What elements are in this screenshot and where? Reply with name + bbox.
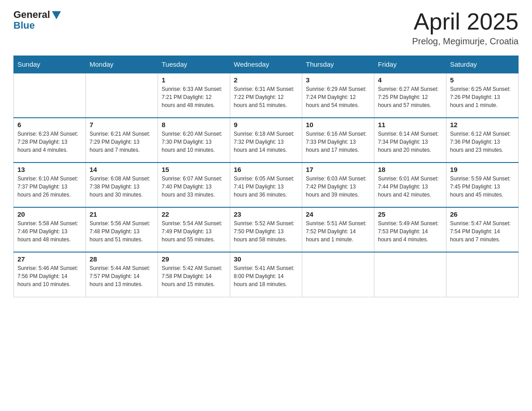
day-number: 25 bbox=[378, 210, 442, 218]
calendar-week-row: 1Sunrise: 6:33 AM Sunset: 7:21 PM Daylig… bbox=[14, 73, 519, 118]
day-number: 8 bbox=[162, 121, 226, 128]
calendar-cell: 14Sunrise: 6:08 AM Sunset: 7:38 PM Dayli… bbox=[86, 163, 158, 207]
day-number: 10 bbox=[306, 121, 370, 128]
day-number: 5 bbox=[450, 76, 515, 84]
day-info: Sunrise: 6:27 AM Sunset: 7:25 PM Dayligh… bbox=[378, 85, 442, 109]
day-number: 17 bbox=[306, 166, 370, 173]
day-number: 1 bbox=[162, 76, 226, 84]
calendar-week-row: 13Sunrise: 6:10 AM Sunset: 7:37 PM Dayli… bbox=[14, 163, 519, 207]
day-number: 7 bbox=[90, 121, 154, 128]
calendar-cell: 10Sunrise: 6:16 AM Sunset: 7:33 PM Dayli… bbox=[302, 118, 374, 163]
day-number: 24 bbox=[306, 210, 370, 218]
day-number: 28 bbox=[90, 255, 154, 263]
day-number: 2 bbox=[234, 76, 298, 84]
day-number: 16 bbox=[234, 166, 298, 173]
day-number: 6 bbox=[17, 121, 82, 128]
calendar-title: April 2025 bbox=[412, 9, 519, 34]
title-block: April 2025 Prelog, Megimurje, Croatia bbox=[412, 9, 519, 47]
day-info: Sunrise: 5:56 AM Sunset: 7:48 PM Dayligh… bbox=[90, 219, 154, 244]
column-header-monday: Monday bbox=[86, 56, 158, 73]
logo: General Blue bbox=[13, 9, 61, 31]
calendar-cell bbox=[302, 252, 374, 297]
calendar-cell: 8Sunrise: 6:20 AM Sunset: 7:30 PM Daylig… bbox=[158, 118, 230, 163]
column-header-thursday: Thursday bbox=[302, 56, 374, 73]
calendar-cell bbox=[374, 252, 446, 297]
day-info: Sunrise: 6:12 AM Sunset: 7:36 PM Dayligh… bbox=[450, 130, 515, 154]
day-number: 4 bbox=[378, 76, 442, 84]
column-header-tuesday: Tuesday bbox=[158, 56, 230, 73]
day-info: Sunrise: 5:54 AM Sunset: 7:49 PM Dayligh… bbox=[162, 219, 226, 244]
calendar-cell: 1Sunrise: 6:33 AM Sunset: 7:21 PM Daylig… bbox=[158, 73, 230, 118]
calendar-cell: 7Sunrise: 6:21 AM Sunset: 7:29 PM Daylig… bbox=[86, 118, 158, 163]
day-number: 12 bbox=[450, 121, 515, 128]
calendar-header-row: SundayMondayTuesdayWednesdayThursdayFrid… bbox=[14, 56, 519, 73]
day-info: Sunrise: 5:41 AM Sunset: 8:00 PM Dayligh… bbox=[234, 264, 298, 288]
calendar-cell bbox=[446, 252, 519, 297]
calendar-cell: 2Sunrise: 6:31 AM Sunset: 7:22 PM Daylig… bbox=[230, 73, 302, 118]
day-info: Sunrise: 6:16 AM Sunset: 7:33 PM Dayligh… bbox=[306, 130, 370, 154]
calendar-cell: 17Sunrise: 6:03 AM Sunset: 7:42 PM Dayli… bbox=[302, 163, 374, 207]
day-info: Sunrise: 6:31 AM Sunset: 7:22 PM Dayligh… bbox=[234, 85, 298, 109]
column-header-saturday: Saturday bbox=[446, 56, 519, 73]
day-info: Sunrise: 5:44 AM Sunset: 7:57 PM Dayligh… bbox=[90, 264, 154, 288]
day-info: Sunrise: 6:23 AM Sunset: 7:28 PM Dayligh… bbox=[17, 130, 82, 154]
calendar-cell bbox=[14, 73, 86, 118]
calendar-cell: 30Sunrise: 5:41 AM Sunset: 8:00 PM Dayli… bbox=[230, 252, 302, 297]
calendar-cell: 6Sunrise: 6:23 AM Sunset: 7:28 PM Daylig… bbox=[14, 118, 86, 163]
day-info: Sunrise: 5:47 AM Sunset: 7:54 PM Dayligh… bbox=[450, 219, 515, 244]
day-number: 19 bbox=[450, 166, 515, 173]
day-number: 14 bbox=[90, 166, 154, 173]
calendar-cell: 9Sunrise: 6:18 AM Sunset: 7:32 PM Daylig… bbox=[230, 118, 302, 163]
column-header-wednesday: Wednesday bbox=[230, 56, 302, 73]
day-info: Sunrise: 6:10 AM Sunset: 7:37 PM Dayligh… bbox=[17, 175, 82, 199]
calendar-cell bbox=[86, 73, 158, 118]
column-header-friday: Friday bbox=[374, 56, 446, 73]
day-info: Sunrise: 6:01 AM Sunset: 7:44 PM Dayligh… bbox=[378, 175, 442, 199]
day-info: Sunrise: 6:08 AM Sunset: 7:38 PM Dayligh… bbox=[90, 175, 154, 199]
calendar-week-row: 27Sunrise: 5:46 AM Sunset: 7:56 PM Dayli… bbox=[14, 252, 519, 297]
day-info: Sunrise: 6:29 AM Sunset: 7:24 PM Dayligh… bbox=[306, 85, 370, 109]
day-number: 23 bbox=[234, 210, 298, 218]
calendar-cell: 3Sunrise: 6:29 AM Sunset: 7:24 PM Daylig… bbox=[302, 73, 374, 118]
calendar-cell: 19Sunrise: 5:59 AM Sunset: 7:45 PM Dayli… bbox=[446, 163, 519, 207]
day-number: 21 bbox=[90, 210, 154, 218]
day-info: Sunrise: 5:46 AM Sunset: 7:56 PM Dayligh… bbox=[17, 264, 82, 288]
day-info: Sunrise: 5:42 AM Sunset: 7:58 PM Dayligh… bbox=[162, 264, 226, 288]
column-header-sunday: Sunday bbox=[14, 56, 86, 73]
day-number: 11 bbox=[378, 121, 442, 128]
day-info: Sunrise: 6:33 AM Sunset: 7:21 PM Dayligh… bbox=[162, 85, 226, 109]
day-number: 29 bbox=[162, 255, 226, 263]
calendar-cell: 24Sunrise: 5:51 AM Sunset: 7:52 PM Dayli… bbox=[302, 207, 374, 252]
calendar-location: Prelog, Megimurje, Croatia bbox=[412, 36, 519, 47]
calendar-cell: 11Sunrise: 6:14 AM Sunset: 7:34 PM Dayli… bbox=[374, 118, 446, 163]
day-info: Sunrise: 6:07 AM Sunset: 7:40 PM Dayligh… bbox=[162, 175, 226, 199]
day-info: Sunrise: 6:25 AM Sunset: 7:26 PM Dayligh… bbox=[450, 85, 515, 109]
day-number: 26 bbox=[450, 210, 515, 218]
calendar-cell: 16Sunrise: 6:05 AM Sunset: 7:41 PM Dayli… bbox=[230, 163, 302, 207]
calendar-cell: 26Sunrise: 5:47 AM Sunset: 7:54 PM Dayli… bbox=[446, 207, 519, 252]
day-info: Sunrise: 6:21 AM Sunset: 7:29 PM Dayligh… bbox=[90, 130, 154, 154]
day-number: 27 bbox=[17, 255, 82, 263]
day-info: Sunrise: 5:51 AM Sunset: 7:52 PM Dayligh… bbox=[306, 219, 370, 244]
day-number: 18 bbox=[378, 166, 442, 173]
calendar-cell: 4Sunrise: 6:27 AM Sunset: 7:25 PM Daylig… bbox=[374, 73, 446, 118]
day-number: 22 bbox=[162, 210, 226, 218]
day-info: Sunrise: 5:59 AM Sunset: 7:45 PM Dayligh… bbox=[450, 175, 515, 199]
day-info: Sunrise: 6:14 AM Sunset: 7:34 PM Dayligh… bbox=[378, 130, 442, 154]
calendar-cell: 28Sunrise: 5:44 AM Sunset: 7:57 PM Dayli… bbox=[86, 252, 158, 297]
calendar-cell: 22Sunrise: 5:54 AM Sunset: 7:49 PM Dayli… bbox=[158, 207, 230, 252]
logo-general-text: General bbox=[13, 9, 50, 21]
calendar-cell: 5Sunrise: 6:25 AM Sunset: 7:26 PM Daylig… bbox=[446, 73, 519, 118]
day-info: Sunrise: 5:58 AM Sunset: 7:46 PM Dayligh… bbox=[17, 219, 82, 244]
calendar-cell: 27Sunrise: 5:46 AM Sunset: 7:56 PM Dayli… bbox=[14, 252, 86, 297]
page-header: General Blue April 2025 Prelog, Megimurj… bbox=[13, 9, 519, 47]
calendar-cell: 21Sunrise: 5:56 AM Sunset: 7:48 PM Dayli… bbox=[86, 207, 158, 252]
day-number: 13 bbox=[17, 166, 82, 173]
calendar-cell: 23Sunrise: 5:52 AM Sunset: 7:50 PM Dayli… bbox=[230, 207, 302, 252]
day-number: 30 bbox=[234, 255, 298, 263]
calendar-week-row: 6Sunrise: 6:23 AM Sunset: 7:28 PM Daylig… bbox=[14, 118, 519, 163]
calendar-cell: 12Sunrise: 6:12 AM Sunset: 7:36 PM Dayli… bbox=[446, 118, 519, 163]
logo-blue-text: Blue bbox=[13, 20, 35, 31]
day-info: Sunrise: 6:18 AM Sunset: 7:32 PM Dayligh… bbox=[234, 130, 298, 154]
calendar-table: SundayMondayTuesdayWednesdayThursdayFrid… bbox=[13, 56, 519, 297]
